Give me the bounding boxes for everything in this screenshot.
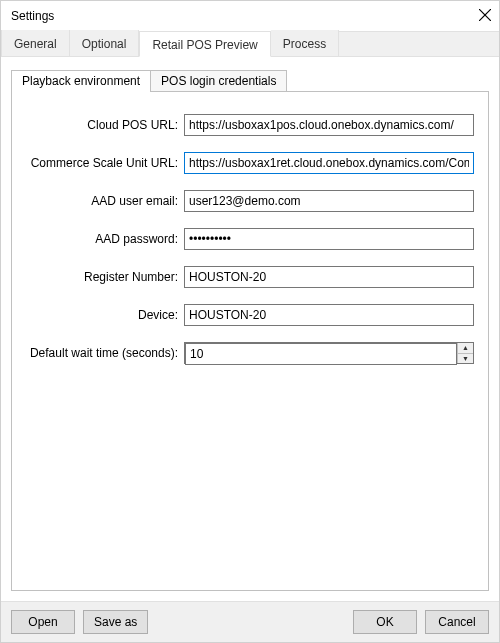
tab-general[interactable]: General: [1, 30, 70, 56]
row-aad-password: AAD password:: [26, 228, 474, 250]
row-device: Device:: [26, 304, 474, 326]
input-register-number[interactable]: [184, 266, 474, 288]
label-device: Device:: [26, 308, 178, 322]
label-cloud-pos-url: Cloud POS URL:: [26, 118, 178, 132]
playback-environment-panel: Cloud POS URL: Commerce Scale Unit URL: …: [11, 91, 489, 591]
tab-optional[interactable]: Optional: [70, 30, 140, 56]
row-commerce-scale-unit-url: Commerce Scale Unit URL:: [26, 152, 474, 174]
tab-retail-pos-preview[interactable]: Retail POS Preview: [139, 31, 270, 57]
ok-button[interactable]: OK: [353, 610, 417, 634]
spinner-down-icon[interactable]: ▼: [458, 354, 473, 364]
spinner-default-wait-time: ▲ ▼: [184, 342, 474, 364]
label-aad-user-email: AAD user email:: [26, 194, 178, 208]
input-aad-user-email[interactable]: [184, 190, 474, 212]
label-aad-password: AAD password:: [26, 232, 178, 246]
spinner-up-icon[interactable]: ▲: [458, 343, 473, 354]
open-button[interactable]: Open: [11, 610, 75, 634]
input-device[interactable]: [184, 304, 474, 326]
title-bar: Settings: [1, 1, 499, 31]
input-aad-password[interactable]: [184, 228, 474, 250]
tab-pos-login-credentials[interactable]: POS login credentials: [150, 70, 287, 91]
input-commerce-scale-unit-url[interactable]: [184, 152, 474, 174]
label-register-number: Register Number:: [26, 270, 178, 284]
save-as-button[interactable]: Save as: [83, 610, 148, 634]
row-default-wait-time: Default wait time (seconds): ▲ ▼: [26, 342, 474, 364]
dialog-footer: Open Save as OK Cancel: [1, 601, 499, 642]
row-cloud-pos-url: Cloud POS URL:: [26, 114, 474, 136]
content-area: Playback environment POS login credentia…: [1, 57, 499, 601]
label-default-wait-time: Default wait time (seconds):: [26, 346, 178, 360]
sub-tabs: Playback environment POS login credentia…: [11, 69, 489, 91]
input-default-wait-time[interactable]: [185, 343, 457, 365]
cancel-button[interactable]: Cancel: [425, 610, 489, 634]
row-aad-user-email: AAD user email:: [26, 190, 474, 212]
spinner-buttons: ▲ ▼: [457, 343, 473, 363]
label-commerce-scale-unit-url: Commerce Scale Unit URL:: [26, 156, 178, 170]
row-register-number: Register Number:: [26, 266, 474, 288]
input-cloud-pos-url[interactable]: [184, 114, 474, 136]
tab-process[interactable]: Process: [271, 30, 339, 56]
window-title: Settings: [11, 9, 54, 23]
main-tabs: General Optional Retail POS Preview Proc…: [1, 31, 499, 57]
close-icon[interactable]: [479, 9, 491, 24]
tab-playback-environment[interactable]: Playback environment: [11, 70, 151, 91]
